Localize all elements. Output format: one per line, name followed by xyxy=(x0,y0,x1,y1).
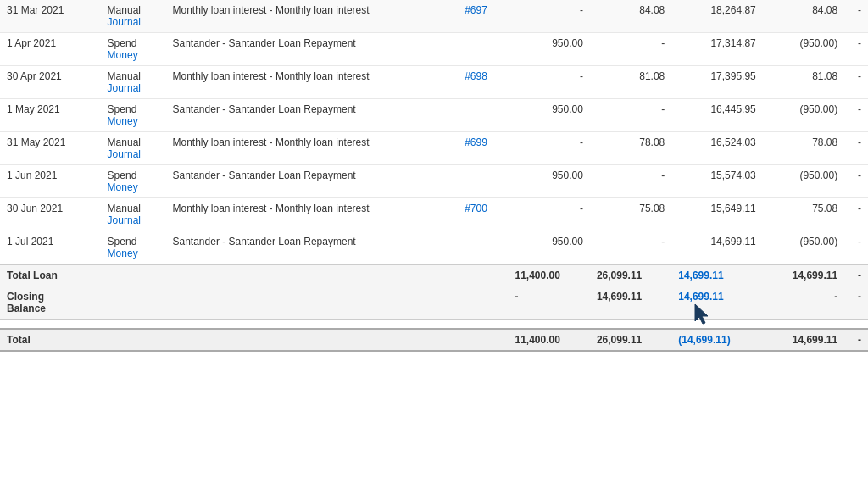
debit-cell: 950.00 xyxy=(508,165,589,198)
ref-cell xyxy=(458,165,508,198)
closing-tax: - xyxy=(844,286,868,320)
debit-cell: - xyxy=(508,66,589,99)
credit-cell: - xyxy=(590,99,671,132)
table-row: 30 Jun 2021 Manual Journal Monthly loan … xyxy=(0,198,868,231)
credit-cell: 75.08 xyxy=(590,198,671,231)
debit-cell: 950.00 xyxy=(508,99,589,132)
grand-total-label: Total xyxy=(0,329,508,351)
total-credit: 26,099.11 xyxy=(590,264,671,286)
closing-label: Closing Balance xyxy=(0,286,508,320)
table-row: 30 Apr 2021 Manual Journal Monthly loan … xyxy=(0,66,868,99)
balance-cell: 17,395.95 xyxy=(671,66,763,99)
total-loan-row: Total Loan 11,400.00 26,099.11 14,699.11… xyxy=(0,264,868,286)
grand-total-balance: (14,699.11) xyxy=(671,329,763,351)
closing-balance-row: Closing Balance - 14,699.11 14,699.11 - … xyxy=(0,286,868,320)
table-row: 1 May 2021 Spend Money Santander - Santa… xyxy=(0,99,868,132)
balance-cell: 14,699.11 xyxy=(671,231,763,265)
ref-cell: #698 xyxy=(458,66,508,99)
grand-total-debit: 11,400.00 xyxy=(508,329,589,351)
ref-cell: #700 xyxy=(458,198,508,231)
tax-cell: - xyxy=(844,132,868,165)
ref-cell xyxy=(458,99,508,132)
description-cell: Santander - Santander Loan Repayment xyxy=(166,99,459,132)
credit-cell: - xyxy=(590,231,671,265)
source-cell: Manual Journal xyxy=(101,132,166,165)
total-debit: 11,400.00 xyxy=(508,264,589,286)
closing-amount: - xyxy=(763,286,844,320)
credit-cell: - xyxy=(590,165,671,198)
grand-total-credit: 26,099.11 xyxy=(590,329,671,351)
source-cell: Spend Money xyxy=(101,165,166,198)
tax-cell: - xyxy=(844,66,868,99)
date-cell: 30 Jun 2021 xyxy=(0,198,101,231)
total-balance: 14,699.11 xyxy=(671,264,763,286)
closing-credit: 14,699.11 xyxy=(590,286,671,320)
amount-cell: (950.00) xyxy=(763,33,844,66)
table-row: 1 Apr 2021 Spend Money Santander - Santa… xyxy=(0,33,868,66)
svg-marker-0 xyxy=(695,304,708,324)
table-row: 31 Mar 2021 Manual Journal Monthly loan … xyxy=(0,0,868,33)
balance-cell: 17,314.87 xyxy=(671,33,763,66)
tax-cell: - xyxy=(844,165,868,198)
balance-cell: 16,445.95 xyxy=(671,99,763,132)
description-cell: Santander - Santander Loan Repayment xyxy=(166,231,459,265)
ref-cell: #697 xyxy=(458,0,508,33)
tax-cell: - xyxy=(844,0,868,33)
grand-total-tax: - xyxy=(844,329,868,351)
ref-cell xyxy=(458,231,508,265)
table-row: 1 Jul 2021 Spend Money Santander - Santa… xyxy=(0,231,868,265)
cursor-icon xyxy=(691,300,716,325)
amount-cell: 75.08 xyxy=(763,198,844,231)
amount-cell: 78.08 xyxy=(763,132,844,165)
table-row: 1 Jun 2021 Spend Money Santander - Santa… xyxy=(0,165,868,198)
amount-cell: 84.08 xyxy=(763,0,844,33)
ref-cell: #699 xyxy=(458,132,508,165)
description-cell: Monthly loan interest - Monthly loan int… xyxy=(166,66,459,99)
credit-cell: 81.08 xyxy=(590,66,671,99)
date-cell: 31 Mar 2021 xyxy=(0,0,101,33)
tax-cell: - xyxy=(844,33,868,66)
source-cell: Manual Journal xyxy=(101,0,166,33)
total-label: Total Loan xyxy=(0,264,508,286)
date-cell: 1 May 2021 xyxy=(0,99,101,132)
description-cell: Monthly loan interest - Monthly loan int… xyxy=(166,132,459,165)
tax-cell: - xyxy=(844,198,868,231)
amount-cell: 81.08 xyxy=(763,66,844,99)
date-cell: 30 Apr 2021 xyxy=(0,66,101,99)
balance-cell: 15,649.11 xyxy=(671,198,763,231)
debit-cell: 950.00 xyxy=(508,33,589,66)
ref-cell xyxy=(458,33,508,66)
debit-cell: - xyxy=(508,0,589,33)
credit-cell: - xyxy=(590,33,671,66)
source-cell: Spend Money xyxy=(101,33,166,66)
tax-cell: - xyxy=(844,231,868,265)
balance-cell: 18,264.87 xyxy=(671,0,763,33)
amount-cell: (950.00) xyxy=(763,99,844,132)
grand-total-row: Total 11,400.00 26,099.11 (14,699.11) 14… xyxy=(0,329,868,351)
closing-debit: - xyxy=(508,286,589,320)
description-cell: Monthly loan interest - Monthly loan int… xyxy=(166,0,459,33)
balance-cell: 16,524.03 xyxy=(671,132,763,165)
total-tax: - xyxy=(844,264,868,286)
debit-cell: - xyxy=(508,198,589,231)
date-cell: 31 May 2021 xyxy=(0,132,101,165)
date-cell: 1 Jun 2021 xyxy=(0,165,101,198)
amount-cell: (950.00) xyxy=(763,165,844,198)
table-row: 31 May 2021 Manual Journal Monthly loan … xyxy=(0,132,868,165)
date-cell: 1 Apr 2021 xyxy=(0,33,101,66)
debit-cell: 950.00 xyxy=(508,231,589,265)
credit-cell: 78.08 xyxy=(590,132,671,165)
total-amount: 14,699.11 xyxy=(763,264,844,286)
financial-table: 31 Mar 2021 Manual Journal Monthly loan … xyxy=(0,0,868,352)
debit-cell: - xyxy=(508,132,589,165)
closing-balance: 14,699.11 xyxy=(671,286,763,320)
credit-cell: 84.08 xyxy=(590,0,671,33)
source-cell: Spend Money xyxy=(101,99,166,132)
grand-total-amount: 14,699.11 xyxy=(763,329,844,351)
description-cell: Santander - Santander Loan Repayment xyxy=(166,33,459,66)
source-cell: Manual Journal xyxy=(101,66,166,99)
amount-cell: (950.00) xyxy=(763,231,844,265)
date-cell: 1 Jul 2021 xyxy=(0,231,101,265)
description-cell: Santander - Santander Loan Repayment xyxy=(166,165,459,198)
description-cell: Monthly loan interest - Monthly loan int… xyxy=(166,198,459,231)
